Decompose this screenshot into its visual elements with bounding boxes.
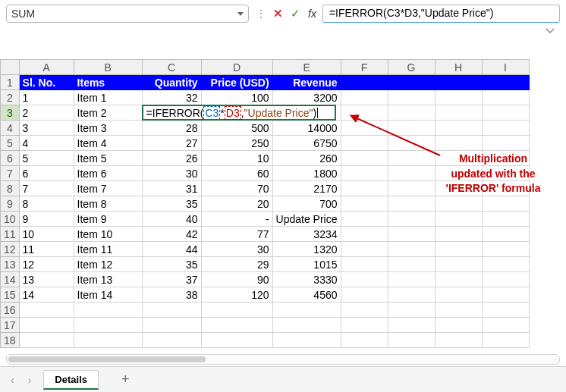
cell[interactable]: [201, 333, 272, 348]
col-header-F[interactable]: F: [341, 60, 388, 75]
cell[interactable]: [388, 272, 435, 287]
row-header[interactable]: 17: [1, 318, 20, 333]
cell[interactable]: [272, 333, 341, 348]
row-header[interactable]: 10: [1, 212, 20, 227]
cell[interactable]: [341, 212, 388, 227]
formula-edit-overlay[interactable]: =IFERROR(C3*D3,"Update Price"): [142, 105, 336, 121]
name-box[interactable]: SUM: [6, 5, 249, 23]
cell[interactable]: Item 4: [74, 136, 142, 151]
cell[interactable]: Item 6: [74, 166, 142, 181]
cell[interactable]: Sl. No.: [19, 75, 74, 90]
cell[interactable]: [341, 166, 388, 181]
cell[interactable]: Item 7: [74, 181, 142, 196]
cell[interactable]: [142, 333, 201, 348]
cell[interactable]: 12: [19, 257, 74, 272]
cell[interactable]: [482, 212, 529, 227]
row-header[interactable]: 12: [1, 242, 20, 257]
row-header[interactable]: 9: [1, 196, 20, 212]
cell[interactable]: 20: [201, 196, 272, 212]
formula-bar-input[interactable]: =IFERROR(C3*D3,"Update Price"): [322, 5, 560, 23]
cell[interactable]: 700: [272, 196, 341, 212]
cell[interactable]: Item 14: [74, 287, 142, 303]
cell[interactable]: [388, 75, 435, 90]
cell[interactable]: 35: [142, 196, 201, 212]
cell[interactable]: [388, 257, 435, 272]
cell[interactable]: [482, 196, 529, 212]
cell[interactable]: Update Price: [272, 212, 341, 227]
cell[interactable]: [388, 242, 435, 257]
cell[interactable]: 9: [19, 212, 74, 227]
cell[interactable]: 32: [142, 90, 201, 105]
cell[interactable]: [74, 333, 142, 348]
cell[interactable]: [341, 257, 388, 272]
cell[interactable]: 31: [142, 181, 201, 196]
cell[interactable]: [482, 121, 529, 136]
cell[interactable]: [19, 318, 74, 333]
cell[interactable]: Item 3: [74, 121, 142, 136]
cell[interactable]: [482, 318, 529, 333]
cell[interactable]: [74, 318, 142, 333]
cell[interactable]: 29: [201, 257, 272, 272]
cell[interactable]: [19, 333, 74, 348]
row-header[interactable]: 4: [1, 121, 20, 136]
cell[interactable]: Item 5: [74, 151, 142, 166]
cell[interactable]: [388, 318, 435, 333]
col-header-C[interactable]: C: [142, 60, 201, 75]
cell[interactable]: 11: [19, 242, 74, 257]
row-header[interactable]: 7: [1, 166, 20, 181]
cell[interactable]: Item 1: [74, 90, 142, 105]
cell[interactable]: Quantity: [142, 75, 201, 90]
cell[interactable]: 5: [19, 151, 74, 166]
sheet-tab-details[interactable]: Details: [43, 370, 99, 390]
cell[interactable]: [341, 75, 388, 90]
cell[interactable]: [388, 181, 435, 196]
cell[interactable]: 500: [201, 121, 272, 136]
cell[interactable]: [435, 257, 482, 272]
cell[interactable]: 1: [19, 90, 74, 105]
cell[interactable]: 28: [142, 121, 201, 136]
cell[interactable]: [435, 333, 482, 348]
cell[interactable]: [435, 90, 482, 105]
cell[interactable]: [341, 287, 388, 303]
cell[interactable]: [388, 303, 435, 318]
horizontal-scrollbar[interactable]: [6, 354, 560, 365]
cell[interactable]: [482, 287, 529, 303]
cell[interactable]: [19, 303, 74, 318]
cell[interactable]: 42: [142, 227, 201, 242]
row-header[interactable]: 18: [1, 333, 20, 348]
cell[interactable]: [482, 333, 529, 348]
cell[interactable]: 90: [201, 272, 272, 287]
cell[interactable]: [435, 227, 482, 242]
col-header-B[interactable]: B: [74, 60, 142, 75]
cell[interactable]: 1320: [272, 242, 341, 257]
cell[interactable]: 1015: [272, 257, 341, 272]
cell[interactable]: 70: [201, 181, 272, 196]
row-header[interactable]: 15: [1, 287, 20, 303]
cell[interactable]: 3: [19, 121, 74, 136]
cell[interactable]: 14000: [272, 121, 341, 136]
cell[interactable]: 4: [19, 136, 74, 151]
cell[interactable]: [482, 90, 529, 105]
cell[interactable]: 35: [142, 257, 201, 272]
row-header[interactable]: 6: [1, 151, 20, 166]
chevron-down-icon[interactable]: [237, 12, 244, 16]
col-header-D[interactable]: D: [201, 60, 272, 75]
cell[interactable]: 260: [272, 151, 341, 166]
cell[interactable]: [341, 272, 388, 287]
next-sheet-icon[interactable]: ›: [28, 374, 32, 386]
cell[interactable]: Items: [74, 75, 142, 90]
cell[interactable]: [388, 212, 435, 227]
cell[interactable]: Item 9: [74, 212, 142, 227]
cell[interactable]: [201, 303, 272, 318]
editing-cell[interactable]: =IFERROR(C3*D3,"Update Price"): [142, 105, 201, 121]
cell[interactable]: Revenue: [272, 75, 341, 90]
cell[interactable]: 7: [19, 181, 74, 196]
cell[interactable]: [341, 303, 388, 318]
cell[interactable]: 2170: [272, 181, 341, 196]
cell[interactable]: 30: [142, 166, 201, 181]
cell[interactable]: Item 8: [74, 196, 142, 212]
add-sheet-button[interactable]: +: [111, 368, 140, 390]
cell[interactable]: [341, 333, 388, 348]
row-header[interactable]: 11: [1, 227, 20, 242]
cell[interactable]: 120: [201, 287, 272, 303]
